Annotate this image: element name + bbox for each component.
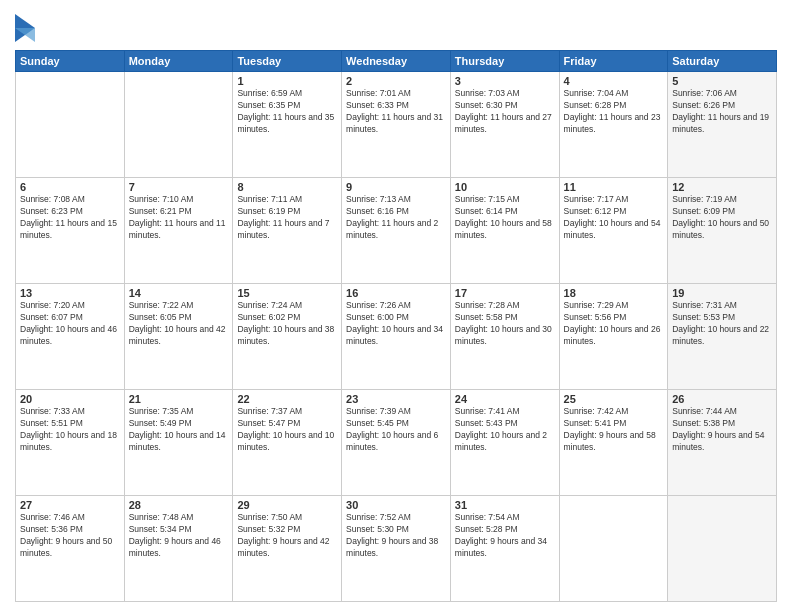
logo-icon	[15, 14, 35, 42]
calendar-week-0: 1Sunrise: 6:59 AM Sunset: 6:35 PM Daylig…	[16, 72, 777, 178]
calendar-cell: 15Sunrise: 7:24 AM Sunset: 6:02 PM Dayli…	[233, 284, 342, 390]
calendar-header-friday: Friday	[559, 51, 668, 72]
calendar-cell: 23Sunrise: 7:39 AM Sunset: 5:45 PM Dayli…	[342, 390, 451, 496]
day-info: Sunrise: 7:10 AM Sunset: 6:21 PM Dayligh…	[129, 194, 229, 242]
calendar-cell: 22Sunrise: 7:37 AM Sunset: 5:47 PM Dayli…	[233, 390, 342, 496]
calendar-cell: 16Sunrise: 7:26 AM Sunset: 6:00 PM Dayli…	[342, 284, 451, 390]
day-number: 28	[129, 499, 229, 511]
logo	[15, 14, 37, 42]
day-number: 13	[20, 287, 120, 299]
day-number: 16	[346, 287, 446, 299]
day-info: Sunrise: 7:26 AM Sunset: 6:00 PM Dayligh…	[346, 300, 446, 348]
calendar-cell: 28Sunrise: 7:48 AM Sunset: 5:34 PM Dayli…	[124, 496, 233, 602]
day-info: Sunrise: 7:11 AM Sunset: 6:19 PM Dayligh…	[237, 194, 337, 242]
calendar-cell: 29Sunrise: 7:50 AM Sunset: 5:32 PM Dayli…	[233, 496, 342, 602]
day-number: 14	[129, 287, 229, 299]
day-number: 8	[237, 181, 337, 193]
day-info: Sunrise: 7:35 AM Sunset: 5:49 PM Dayligh…	[129, 406, 229, 454]
calendar-cell: 21Sunrise: 7:35 AM Sunset: 5:49 PM Dayli…	[124, 390, 233, 496]
day-info: Sunrise: 7:22 AM Sunset: 6:05 PM Dayligh…	[129, 300, 229, 348]
day-number: 31	[455, 499, 555, 511]
day-number: 19	[672, 287, 772, 299]
calendar-cell: 24Sunrise: 7:41 AM Sunset: 5:43 PM Dayli…	[450, 390, 559, 496]
day-number: 21	[129, 393, 229, 405]
day-info: Sunrise: 7:50 AM Sunset: 5:32 PM Dayligh…	[237, 512, 337, 560]
day-info: Sunrise: 7:52 AM Sunset: 5:30 PM Dayligh…	[346, 512, 446, 560]
calendar-cell	[124, 72, 233, 178]
day-info: Sunrise: 7:28 AM Sunset: 5:58 PM Dayligh…	[455, 300, 555, 348]
day-number: 10	[455, 181, 555, 193]
day-number: 29	[237, 499, 337, 511]
day-number: 6	[20, 181, 120, 193]
day-info: Sunrise: 7:39 AM Sunset: 5:45 PM Dayligh…	[346, 406, 446, 454]
day-number: 20	[20, 393, 120, 405]
day-info: Sunrise: 7:37 AM Sunset: 5:47 PM Dayligh…	[237, 406, 337, 454]
calendar-header-wednesday: Wednesday	[342, 51, 451, 72]
day-info: Sunrise: 7:04 AM Sunset: 6:28 PM Dayligh…	[564, 88, 664, 136]
calendar-cell: 30Sunrise: 7:52 AM Sunset: 5:30 PM Dayli…	[342, 496, 451, 602]
day-number: 27	[20, 499, 120, 511]
day-info: Sunrise: 7:33 AM Sunset: 5:51 PM Dayligh…	[20, 406, 120, 454]
calendar-cell	[559, 496, 668, 602]
day-info: Sunrise: 6:59 AM Sunset: 6:35 PM Dayligh…	[237, 88, 337, 136]
calendar-cell: 19Sunrise: 7:31 AM Sunset: 5:53 PM Dayli…	[668, 284, 777, 390]
day-info: Sunrise: 7:06 AM Sunset: 6:26 PM Dayligh…	[672, 88, 772, 136]
day-number: 23	[346, 393, 446, 405]
day-number: 1	[237, 75, 337, 87]
day-info: Sunrise: 7:20 AM Sunset: 6:07 PM Dayligh…	[20, 300, 120, 348]
day-info: Sunrise: 7:29 AM Sunset: 5:56 PM Dayligh…	[564, 300, 664, 348]
calendar-header-tuesday: Tuesday	[233, 51, 342, 72]
day-info: Sunrise: 7:42 AM Sunset: 5:41 PM Dayligh…	[564, 406, 664, 454]
calendar-cell: 18Sunrise: 7:29 AM Sunset: 5:56 PM Dayli…	[559, 284, 668, 390]
day-info: Sunrise: 7:31 AM Sunset: 5:53 PM Dayligh…	[672, 300, 772, 348]
calendar-cell: 10Sunrise: 7:15 AM Sunset: 6:14 PM Dayli…	[450, 178, 559, 284]
day-number: 22	[237, 393, 337, 405]
calendar-header-sunday: Sunday	[16, 51, 125, 72]
header	[15, 10, 777, 42]
calendar-week-4: 27Sunrise: 7:46 AM Sunset: 5:36 PM Dayli…	[16, 496, 777, 602]
calendar-cell: 5Sunrise: 7:06 AM Sunset: 6:26 PM Daylig…	[668, 72, 777, 178]
calendar-week-1: 6Sunrise: 7:08 AM Sunset: 6:23 PM Daylig…	[16, 178, 777, 284]
calendar-cell: 1Sunrise: 6:59 AM Sunset: 6:35 PM Daylig…	[233, 72, 342, 178]
calendar-cell: 26Sunrise: 7:44 AM Sunset: 5:38 PM Dayli…	[668, 390, 777, 496]
calendar-header-monday: Monday	[124, 51, 233, 72]
day-info: Sunrise: 7:03 AM Sunset: 6:30 PM Dayligh…	[455, 88, 555, 136]
day-number: 17	[455, 287, 555, 299]
calendar-header-row: SundayMondayTuesdayWednesdayThursdayFrid…	[16, 51, 777, 72]
calendar-cell	[16, 72, 125, 178]
calendar-week-2: 13Sunrise: 7:20 AM Sunset: 6:07 PM Dayli…	[16, 284, 777, 390]
day-info: Sunrise: 7:08 AM Sunset: 6:23 PM Dayligh…	[20, 194, 120, 242]
calendar-cell	[668, 496, 777, 602]
day-number: 26	[672, 393, 772, 405]
calendar-header-saturday: Saturday	[668, 51, 777, 72]
day-info: Sunrise: 7:24 AM Sunset: 6:02 PM Dayligh…	[237, 300, 337, 348]
day-number: 9	[346, 181, 446, 193]
calendar-cell: 2Sunrise: 7:01 AM Sunset: 6:33 PM Daylig…	[342, 72, 451, 178]
calendar-table: SundayMondayTuesdayWednesdayThursdayFrid…	[15, 50, 777, 602]
calendar-cell: 25Sunrise: 7:42 AM Sunset: 5:41 PM Dayli…	[559, 390, 668, 496]
day-info: Sunrise: 7:44 AM Sunset: 5:38 PM Dayligh…	[672, 406, 772, 454]
day-number: 5	[672, 75, 772, 87]
day-info: Sunrise: 7:01 AM Sunset: 6:33 PM Dayligh…	[346, 88, 446, 136]
calendar-cell: 13Sunrise: 7:20 AM Sunset: 6:07 PM Dayli…	[16, 284, 125, 390]
calendar-cell: 3Sunrise: 7:03 AM Sunset: 6:30 PM Daylig…	[450, 72, 559, 178]
day-info: Sunrise: 7:19 AM Sunset: 6:09 PM Dayligh…	[672, 194, 772, 242]
day-info: Sunrise: 7:13 AM Sunset: 6:16 PM Dayligh…	[346, 194, 446, 242]
calendar-cell: 17Sunrise: 7:28 AM Sunset: 5:58 PM Dayli…	[450, 284, 559, 390]
calendar-week-3: 20Sunrise: 7:33 AM Sunset: 5:51 PM Dayli…	[16, 390, 777, 496]
day-number: 2	[346, 75, 446, 87]
day-number: 3	[455, 75, 555, 87]
calendar-cell: 12Sunrise: 7:19 AM Sunset: 6:09 PM Dayli…	[668, 178, 777, 284]
calendar-cell: 20Sunrise: 7:33 AM Sunset: 5:51 PM Dayli…	[16, 390, 125, 496]
day-number: 7	[129, 181, 229, 193]
calendar-cell: 6Sunrise: 7:08 AM Sunset: 6:23 PM Daylig…	[16, 178, 125, 284]
calendar-header-thursday: Thursday	[450, 51, 559, 72]
day-info: Sunrise: 7:54 AM Sunset: 5:28 PM Dayligh…	[455, 512, 555, 560]
calendar-cell: 9Sunrise: 7:13 AM Sunset: 6:16 PM Daylig…	[342, 178, 451, 284]
calendar-cell: 4Sunrise: 7:04 AM Sunset: 6:28 PM Daylig…	[559, 72, 668, 178]
day-info: Sunrise: 7:15 AM Sunset: 6:14 PM Dayligh…	[455, 194, 555, 242]
day-number: 30	[346, 499, 446, 511]
day-number: 25	[564, 393, 664, 405]
day-number: 4	[564, 75, 664, 87]
page: SundayMondayTuesdayWednesdayThursdayFrid…	[0, 0, 792, 612]
